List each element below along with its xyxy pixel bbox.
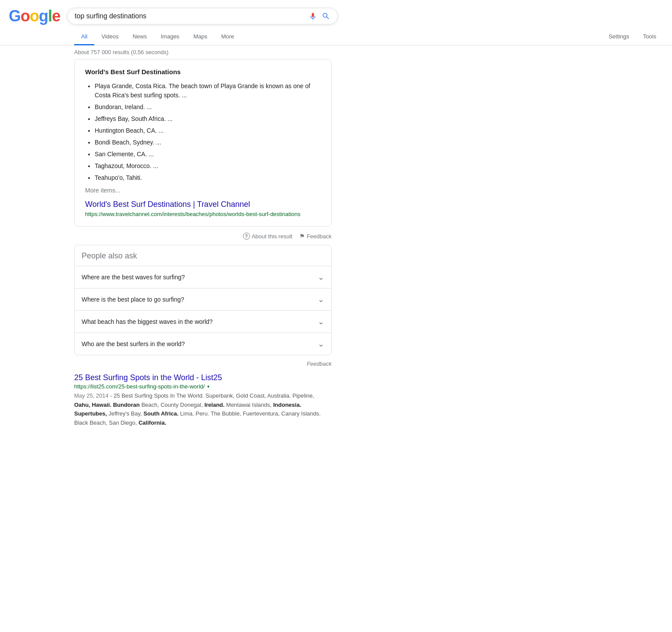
list-item: Bondi Beach, Sydney. ... [95,138,321,147]
paa-question-3[interactable]: What beach has the biggest waves in the … [75,311,331,333]
result-title-link[interactable]: 25 Best Surfing Spots in the World - Lis… [74,373,332,382]
paa-question-4[interactable]: Who are the best surfers in the world? ⌄ [75,333,331,355]
list-item: Jeffreys Bay, South Africa. ... [95,114,321,124]
paa-feedback-label[interactable]: Feedback [307,361,332,367]
paa-feedback-row: Feedback [74,359,332,373]
google-logo: Google [9,7,60,25]
result-snippet: May 25, 2014 - 25 Best Surfing Spots In … [74,392,332,427]
tab-more[interactable]: More [214,29,241,45]
about-result-button[interactable]: ? About this result [243,233,292,240]
tab-images[interactable]: Images [154,29,186,45]
dropdown-arrow-icon[interactable]: ▾ [207,384,209,389]
paa-question-text: Where is the best place to go surfing? [82,296,184,303]
tab-news[interactable]: News [126,29,154,45]
about-result-label: About this result [252,233,292,240]
chevron-down-icon: ⌄ [318,339,324,349]
chevron-down-icon: ⌄ [318,295,324,304]
tab-tools[interactable]: Tools [636,29,663,45]
result-url-row: https://list25.com/25-best-surfing-spots… [74,383,332,390]
list-item: Playa Grande, Costa Rica. The beach town… [95,82,321,100]
paa-question-text: What beach has the biggest waves in the … [82,318,213,325]
result-url: https://list25.com/25-best-surfing-spots… [74,383,205,390]
feedback-label: Feedback [307,233,332,240]
paa-question-text: Who are the best surfers in the world? [82,340,185,347]
tab-videos[interactable]: Videos [94,29,126,45]
result-meta-row: ? About this result ⚑ Feedback [74,230,332,245]
search-button[interactable] [322,12,330,21]
result-date: May 25, 2014 [74,392,109,399]
people-also-ask-box: People also ask Where are the best waves… [74,245,332,355]
search-input[interactable] [75,12,304,20]
search-bar [67,8,338,24]
tab-all[interactable]: All [74,29,94,45]
header: Google [0,0,672,25]
list-item: Taghazout, Morocco. ... [95,161,321,171]
featured-result-title-link[interactable]: World's Best Surf Destinations | Travel … [85,200,321,209]
paa-question-text: Where are the best waves for surfing? [82,274,185,281]
mic-button[interactable] [309,12,317,21]
list-item: Bundoran, Ireland. ... [95,103,321,112]
more-items-link[interactable]: More items... [85,187,321,194]
feedback-button[interactable]: ⚑ Feedback [299,233,332,240]
paa-question-1[interactable]: Where are the best waves for surfing? ⌄ [75,266,331,289]
question-icon: ? [243,233,250,240]
result-snippet-text: - 25 Best Surfing Spots In The World. Su… [74,392,321,426]
chevron-down-icon: ⌄ [318,272,324,282]
search-result-1: 25 Best Surfing Spots in the World - Lis… [74,373,332,427]
paa-question-2[interactable]: Where is the best place to go surfing? ⌄ [75,289,331,311]
featured-result-url: https://www.travelchannel.com/interests/… [85,211,321,217]
tab-settings[interactable]: Settings [602,29,636,45]
featured-snippet-list: Playa Grande, Costa Rica. The beach town… [85,82,321,182]
results-info: About 757 000 results (0,56 seconds) [0,45,672,59]
nav-tabs: All Videos News Images Maps More Setting… [0,25,672,45]
chevron-down-icon: ⌄ [318,317,324,326]
list-item: Huntington Beach, CA. ... [95,126,321,135]
paa-heading: People also ask [75,245,331,266]
main-content: World's Best Surf Destinations Playa Gra… [0,59,340,427]
flag-icon: ⚑ [299,233,305,240]
tab-maps[interactable]: Maps [186,29,214,45]
list-item: Teahupo'o, Tahiti. [95,173,321,182]
featured-snippet-box: World's Best Surf Destinations Playa Gra… [74,59,332,227]
list-item: San Clemente, CA. ... [95,150,321,159]
featured-snippet-title: World's Best Surf Destinations [85,68,321,76]
